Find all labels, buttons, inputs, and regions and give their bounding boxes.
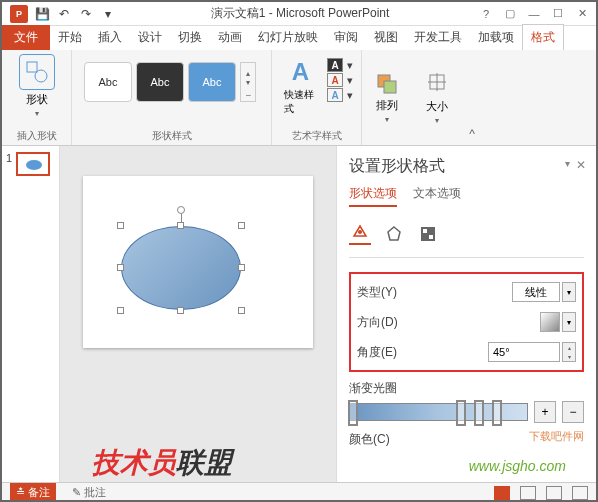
svg-rect-3 (384, 81, 396, 93)
normal-view-icon[interactable] (494, 486, 510, 500)
resize-handle-tl[interactable] (117, 222, 124, 229)
type-label: 类型(Y) (357, 284, 397, 301)
size-icon (426, 71, 448, 97)
angle-label: 角度(E) (357, 344, 397, 361)
text-effects-button[interactable]: A▾ (327, 88, 353, 102)
slideshow-view-icon[interactable] (572, 486, 588, 500)
pane-tab-shape-options[interactable]: 形状选项 (349, 185, 397, 207)
tab-format[interactable]: 格式 (522, 24, 564, 50)
gradient-stop-2[interactable] (456, 400, 466, 426)
workspace: 1 ▾ ✕ 设置形状格式 形状选项 文本选项 (2, 146, 596, 482)
tab-view[interactable]: 视图 (366, 25, 406, 50)
svg-rect-10 (423, 229, 427, 233)
gradient-stops-bar[interactable] (349, 403, 528, 421)
size-button[interactable]: 大小 ▾ (412, 50, 462, 145)
pane-title: 设置形状格式 (349, 156, 584, 177)
sorter-view-icon[interactable] (520, 486, 536, 500)
slide-canvas-area[interactable] (60, 146, 336, 482)
group-label-wordart: 艺术字样式 (280, 127, 353, 143)
tab-transition[interactable]: 切换 (170, 25, 210, 50)
thumb-slide-1[interactable]: 1 (6, 152, 55, 176)
tab-animation[interactable]: 动画 (210, 25, 250, 50)
group-insert-shape: 形状 ▾ 插入形状 (2, 50, 72, 145)
fill-line-icon[interactable] (349, 223, 371, 245)
direction-label: 方向(D) (357, 314, 398, 331)
remove-stop-icon[interactable]: − (562, 401, 584, 423)
selected-oval-shape[interactable] (121, 226, 241, 310)
gradient-stop-1[interactable] (348, 400, 358, 426)
shapes-gallery-icon[interactable] (19, 54, 55, 90)
rotate-handle[interactable] (177, 206, 185, 214)
resize-handle-br[interactable] (238, 307, 245, 314)
direction-dropdown-icon[interactable]: ▾ (562, 312, 576, 332)
pane-close-icon[interactable]: ✕ (576, 158, 586, 172)
gradient-stop-3[interactable] (474, 400, 484, 426)
add-stop-icon[interactable]: + (534, 401, 556, 423)
group-label-styles: 形状样式 (80, 127, 263, 143)
reading-view-icon[interactable] (546, 486, 562, 500)
status-bar: ≛ 备注 ✎ 批注 (2, 482, 596, 502)
resize-handle-l[interactable] (117, 264, 124, 271)
minimize-icon[interactable]: — (524, 5, 544, 23)
tab-insert[interactable]: 插入 (90, 25, 130, 50)
ribbon-options-icon[interactable]: ▢ (500, 5, 520, 23)
svg-point-7 (358, 230, 362, 234)
save-icon[interactable]: 💾 (34, 6, 50, 22)
pane-tab-text-options[interactable]: 文本选项 (413, 185, 461, 207)
tab-design[interactable]: 设计 (130, 25, 170, 50)
text-fill-button[interactable]: A▾ (327, 58, 353, 72)
tab-addins[interactable]: 加载项 (470, 25, 522, 50)
resize-handle-r[interactable] (238, 264, 245, 271)
comments-button[interactable]: ✎ 批注 (66, 485, 112, 500)
svg-point-1 (35, 70, 47, 82)
slide-canvas[interactable] (83, 176, 313, 348)
type-combo[interactable]: 线性 (512, 282, 560, 302)
size-label: 大小 (426, 99, 448, 114)
angle-spinner[interactable]: ▴▾ (562, 342, 576, 362)
gradient-stop-4[interactable] (492, 400, 502, 426)
shape-style-2[interactable]: Abc (136, 62, 184, 102)
arrange-button[interactable]: 排列 ▾ (362, 50, 412, 145)
app-icon[interactable]: P (10, 5, 28, 23)
title-bar: P 💾 ↶ ↷ ▾ 演示文稿1 - Microsoft PowerPoint ?… (2, 2, 596, 26)
text-outline-button[interactable]: A▾ (327, 73, 353, 87)
window-controls: ? ▢ — ☐ ✕ (476, 5, 596, 23)
tab-slideshow[interactable]: 幻灯片放映 (250, 25, 326, 50)
resize-handle-b[interactable] (177, 307, 184, 314)
close-icon[interactable]: ✕ (572, 5, 592, 23)
size-properties-icon[interactable] (417, 223, 439, 245)
arrange-icon (375, 72, 399, 96)
highlighted-fields: 类型(Y) 线性 ▾ 方向(D) ▾ 角度(E) ▴▾ (349, 272, 584, 372)
redo-icon[interactable]: ↷ (78, 6, 94, 22)
qat-dropdown-icon[interactable]: ▾ (100, 6, 116, 22)
window-title: 演示文稿1 - Microsoft PowerPoint (124, 5, 476, 22)
help-icon[interactable]: ? (476, 5, 496, 23)
angle-input[interactable] (488, 342, 560, 362)
tab-file[interactable]: 文件 (2, 25, 50, 50)
undo-icon[interactable]: ↶ (56, 6, 72, 22)
resize-handle-bl[interactable] (117, 307, 124, 314)
thumb-number: 1 (6, 152, 12, 164)
type-dropdown-icon[interactable]: ▾ (562, 282, 576, 302)
shape-style-3[interactable]: Abc (188, 62, 236, 102)
style-gallery-more[interactable]: ▴▾⎯ (240, 62, 256, 102)
resize-handle-tr[interactable] (238, 222, 245, 229)
resize-handle-t[interactable] (177, 222, 184, 229)
ribbon-tabs: 文件 开始 插入 设计 切换 动画 幻灯片放映 审阅 视图 开发工具 加载项 格… (2, 26, 596, 50)
tab-developer[interactable]: 开发工具 (406, 25, 470, 50)
ribbon-collapse-icon[interactable]: ^ (462, 50, 482, 145)
maximize-icon[interactable]: ☐ (548, 5, 568, 23)
tab-home[interactable]: 开始 (50, 25, 90, 50)
shape-style-1[interactable]: Abc (84, 62, 132, 102)
notes-button[interactable]: ≛ 备注 (10, 483, 56, 502)
svg-rect-0 (27, 62, 37, 72)
quick-access-toolbar: P 💾 ↶ ↷ ▾ (2, 5, 124, 23)
direction-swatch[interactable] (540, 312, 560, 332)
chevron-down-icon: ▾ (35, 109, 39, 118)
effects-icon[interactable] (383, 223, 405, 245)
tab-review[interactable]: 审阅 (326, 25, 366, 50)
group-wordart: A 快速样式 A▾ A▾ A▾ 艺术字样式 (272, 50, 362, 145)
pane-options-icon[interactable]: ▾ (565, 158, 570, 169)
quick-style-button[interactable]: A 快速样式 (280, 54, 321, 120)
gradient-stops-label: 渐变光圈 (349, 380, 584, 397)
